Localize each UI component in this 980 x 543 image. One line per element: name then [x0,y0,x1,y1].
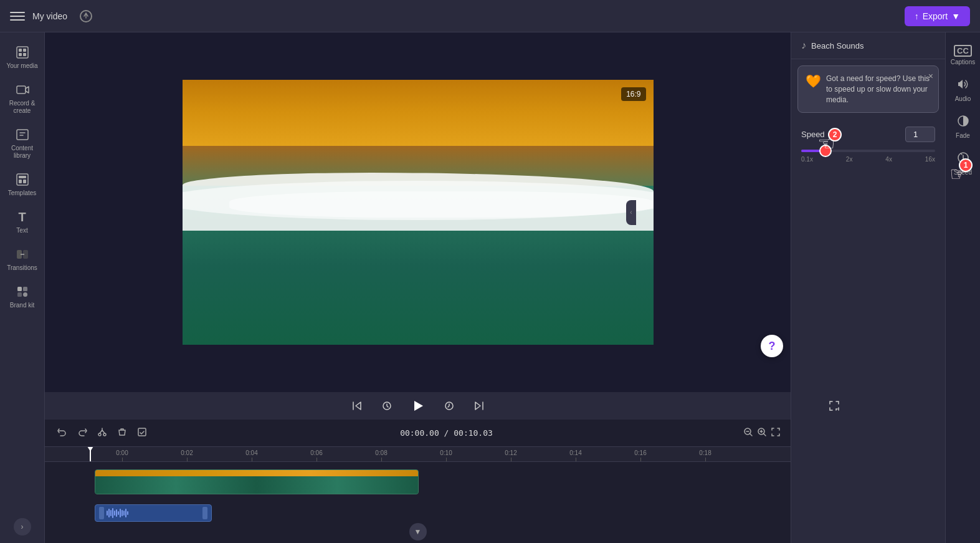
save-frame-button[interactable] [135,425,150,442]
ruler-mark-2: 0:02 [155,449,219,461]
ruler-mark-16: 0:16 [608,449,673,461]
sidebar-label-your-media: Your media [6,62,37,70]
templates-icon [15,172,30,187]
transitions-icon [15,247,30,262]
sidebar-collapse-button[interactable]: › [14,518,31,536]
music-icon: ♪ [801,40,806,51]
cursor-2-indicator: ☞ 2 [817,132,835,155]
captions-label: Captions [951,59,975,65]
svg-rect-5 [17,86,26,94]
right-icon-bar: CC Captions Audio Fade [945,32,980,543]
sidebar-item-record-create[interactable]: Record & create [2,77,42,120]
fade-label: Fade [956,132,970,139]
sidebar-item-transitions[interactable]: Transitions [2,242,42,277]
svg-rect-4 [23,53,26,56]
ruler-mark-6: 0:06 [284,449,349,461]
audio-handle-left[interactable] [99,507,104,519]
audio-waveform [107,508,200,518]
help-button[interactable]: ? [761,335,783,357]
project-title[interactable]: My video [32,11,67,21]
speed-input[interactable] [905,127,935,142]
video-frame: 16:9 [183,80,654,345]
zoom-in-button[interactable] [757,427,767,440]
audio-header: ♪ Beach Sounds [791,32,945,59]
timeline-toolbar: 00:00.00 / 00:10.03 [45,420,791,447]
skip-forward-button[interactable] [470,397,488,415]
sidebar-label-text: Text [16,227,27,234]
svg-rect-10 [23,180,26,183]
fade-icon [957,115,969,130]
ruler-mark-14: 0:14 [543,449,608,461]
tooltip-text: Got a need for speed? Use this to speed … [826,74,931,105]
skip-back-button[interactable] [348,397,366,415]
export-label: Export [923,11,948,21]
sidebar-item-templates[interactable]: Templates [2,167,42,202]
fade-button[interactable]: Fade [948,110,978,144]
sidebar-label-templates: Templates [8,190,37,197]
video-clip[interactable] [95,469,419,494]
export-icon: ↑ [915,11,919,21]
sidebar-item-text[interactable]: T Text [2,204,42,239]
svg-rect-6 [17,130,28,140]
play-button[interactable] [408,396,428,416]
audio-title: Beach Sounds [811,41,864,50]
ruler-mark-8: 0:08 [349,449,414,461]
audio-button[interactable]: Audio [948,73,978,107]
tooltip-close-button[interactable]: × [928,71,933,81]
speed-section: Speed 0.1x 2x 4x 16x [791,119,945,175]
help-icon: ? [769,340,776,353]
sidebar-label-brand-kit: Brand kit [10,302,34,309]
main-area: Your media Record & create Content libra… [0,32,980,543]
svg-rect-14 [23,287,27,291]
tooltip-emoji: 🧡 [806,74,821,105]
cursor-1-indicator: ☞ 1 [949,162,968,186]
sidebar-label-transitions: Transitions [7,264,37,272]
zoom-out-button[interactable] [743,427,753,440]
redo-button[interactable] [75,425,90,442]
captions-button[interactable]: CC Captions [948,40,978,70]
save-status-icon [80,10,92,22]
forward-button[interactable] [440,397,458,415]
ruler-mark-0: 0:00 [90,449,155,461]
captions-icon: CC [954,45,972,57]
time-separator: / [439,428,454,438]
timeline-collapse-button[interactable]: ▼ [409,523,427,541]
cut-button[interactable] [95,425,110,442]
speed-tooltip: × 🧡 Got a need for speed? Use this to sp… [797,65,939,113]
sidebar-item-content-library[interactable]: Content library [2,122,42,165]
delete-button[interactable] [115,425,130,442]
svg-rect-7 [17,174,28,185]
panel-collapse-handle[interactable]: ‹ [626,200,636,225]
rewind-button[interactable] [378,397,396,415]
export-button[interactable]: ↑ Export ▼ [905,6,970,26]
undo-button[interactable] [55,425,70,442]
timeline-fullscreen-button[interactable] [771,427,781,440]
ruler-mark-12: 0:12 [478,449,543,461]
aspect-ratio-badge: 16:9 [621,87,645,101]
audio-clip[interactable] [95,504,212,522]
speed-tick-16x: 16x [925,156,935,163]
time-display: 00:00.00 / 00:10.03 [400,428,493,438]
canvas-area: 16:9 ? ‹ [45,32,791,543]
svg-rect-8 [19,176,26,178]
video-track-top [95,470,418,476]
sidebar: Your media Record & create Content libra… [0,32,45,543]
audio-handle-right[interactable] [202,507,207,519]
speed-ticks: 0.1x 2x 4x 16x [801,156,935,163]
audio-track-row [90,502,791,532]
video-background [183,80,654,345]
svg-point-16 [23,292,27,297]
cursor-1-badge: 1 [959,158,973,172]
sidebar-item-brand-kit[interactable]: Brand kit [2,279,42,314]
export-arrow-icon: ▼ [951,11,960,21]
svg-rect-19 [138,428,146,436]
timeline-ruler: 0:00 0:02 0:04 0:06 [45,447,791,462]
speed-tick-01x: 0.1x [801,156,813,163]
menu-button[interactable] [10,9,25,24]
brand-kit-icon [15,284,30,299]
svg-rect-3 [19,53,22,56]
svg-rect-1 [19,49,22,52]
sidebar-label-record-create: Record & create [5,100,40,115]
audio-icon [957,78,969,94]
sidebar-item-your-media[interactable]: Your media [2,40,42,75]
